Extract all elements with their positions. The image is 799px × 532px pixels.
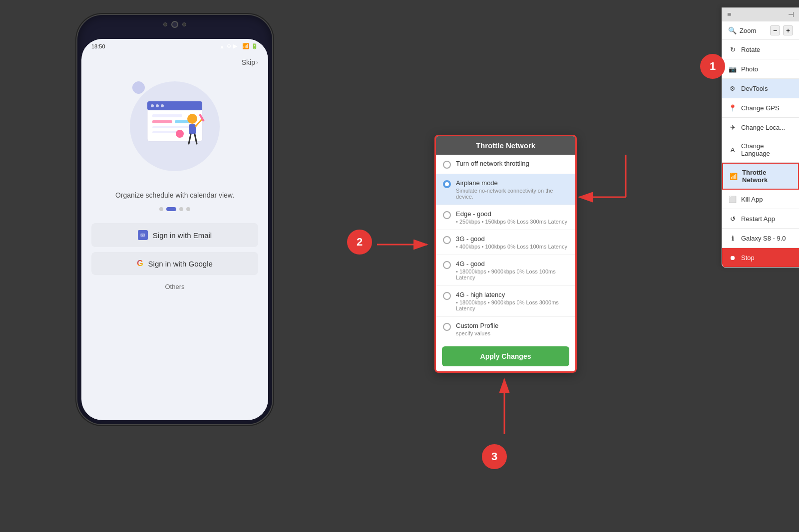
- apply-changes-button[interactable]: Apply Changes: [442, 346, 569, 366]
- email-icon: ✉: [138, 230, 148, 240]
- panel-item-zoom[interactable]: 🔍 Zoom − +: [722, 21, 799, 40]
- svg-rect-14: [152, 126, 192, 128]
- edge-label: Edge - good: [456, 210, 567, 218]
- language-icon: A: [728, 145, 737, 154]
- zoom-icon: 🔍: [728, 26, 737, 34]
- panel-item-killapp[interactable]: ⬜ Kill App: [722, 190, 799, 209]
- 4g-high-desc: • 18000kbps • 9000kbps 0% Loss 3000ms La…: [456, 299, 568, 311]
- pagination-dots: [159, 207, 190, 211]
- svg-point-9: [156, 104, 159, 107]
- radio-3g: [443, 236, 451, 244]
- stop-icon: ⏺: [728, 253, 737, 262]
- step-3-badge: 3: [482, 444, 507, 469]
- radio-4g-high: [443, 292, 451, 300]
- signin-email-button[interactable]: ✉ Sign in with Email: [91, 223, 258, 247]
- phone-mockup: 18:50 ▲⊕▶ 📶🔋 Skip ›: [77, 15, 272, 424]
- restart-icon: ↺: [728, 214, 737, 223]
- step-1-badge: 1: [700, 54, 725, 79]
- signin-google-button[interactable]: G Sign in with Google: [91, 252, 258, 275]
- throttle-off-label: Turn off network throttling: [456, 160, 529, 167]
- panel-item-device[interactable]: ℹ Galaxy S8 - 9.0: [722, 229, 799, 248]
- svg-point-16: [187, 114, 197, 124]
- skip-button[interactable]: Skip: [242, 58, 255, 66]
- custom-desc: specify values: [456, 330, 498, 336]
- step-2-badge: 2: [347, 230, 372, 255]
- radio-custom: [443, 323, 451, 331]
- phone-time: 18:50: [91, 43, 105, 49]
- 3g-label: 3G - good: [456, 235, 567, 243]
- panel-item-changegps[interactable]: 📍 Change GPS: [722, 98, 799, 118]
- status-icons: ▲⊕▶ 📶🔋: [219, 43, 258, 49]
- throttle-option-3g[interactable]: 3G - good • 400kbps • 100kbps 0% Loss 10…: [436, 230, 575, 255]
- svg-rect-17: [189, 124, 196, 134]
- throttle-option-4g[interactable]: 4G - good • 18000kbps • 9000kbps 0% Loss…: [436, 255, 575, 286]
- radio-off: [443, 161, 451, 169]
- restartapp-label: Restart App: [741, 215, 775, 223]
- photo-label: Photo: [741, 65, 758, 73]
- panel-item-throttle[interactable]: 📶 Throttle Network: [722, 163, 799, 190]
- svg-rect-15: [152, 131, 177, 133]
- kill-icon: ⬜: [728, 195, 737, 204]
- svg-text:!: !: [178, 131, 180, 137]
- panel-item-restartapp[interactable]: ↺ Restart App: [722, 209, 799, 229]
- device-icon: ℹ: [728, 234, 737, 243]
- svg-rect-7: [147, 101, 202, 110]
- illustration: !: [120, 71, 230, 181]
- location-icon: ✈: [728, 123, 737, 132]
- svg-rect-12: [152, 120, 172, 123]
- devtools-icon: ⚙: [728, 84, 737, 93]
- throttle-option-airplane[interactable]: Airplane mode Simulate no-network connec…: [436, 174, 575, 205]
- killapp-label: Kill App: [741, 196, 763, 203]
- panel-item-changelanguage[interactable]: A Change Language: [722, 137, 799, 163]
- throttle-option-edge[interactable]: Edge - good • 250kbps • 150kbps 0% Loss …: [436, 205, 575, 230]
- rotate-icon: ↻: [728, 45, 737, 54]
- radio-edge: [443, 211, 451, 219]
- throttle-option-off[interactable]: Turn off network throttling: [436, 155, 575, 174]
- 3g-desc: • 400kbps • 100kbps 0% Loss 100ms Latenc…: [456, 244, 567, 250]
- menu-icon: ≡: [727, 10, 731, 18]
- close-panel-icon[interactable]: ⊣: [788, 10, 794, 18]
- throttle-panel: Throttle Network Turn off network thrott…: [434, 135, 577, 373]
- devtools-label: DevTools: [741, 85, 768, 92]
- svg-point-8: [151, 104, 154, 107]
- 4g-high-label: 4G - high latency: [456, 291, 568, 298]
- radio-airplane: [443, 180, 451, 188]
- edge-desc: • 250kbps • 150kbps 0% Loss 300ms Latenc…: [456, 219, 567, 225]
- changegps-label: Change GPS: [741, 104, 780, 112]
- radio-4g: [443, 261, 451, 269]
- right-panel: ≡ ⊣ 🔍 Zoom − + ↻ Rotate 📷 Photo ⚙ DevToo…: [722, 7, 799, 267]
- changelanguage-label: Change Language: [741, 142, 793, 157]
- app-tagline: Organize schedule with calendar view.: [115, 191, 234, 199]
- zoom-minus-button[interactable]: −: [770, 25, 780, 35]
- svg-point-22: [176, 130, 184, 138]
- photo-icon: 📷: [728, 64, 737, 73]
- panel-item-stop[interactable]: ⏺ Stop: [722, 248, 799, 267]
- throttle-icon: 📶: [729, 172, 738, 181]
- panel-item-changelocation[interactable]: ✈ Change Loca...: [722, 118, 799, 137]
- status-bar: 18:50 ▲⊕▶ 📶🔋: [81, 39, 268, 53]
- zoom-label: Zoom: [740, 27, 767, 34]
- panel-item-devtools[interactable]: ⚙ DevTools: [722, 79, 799, 98]
- svg-rect-11: [152, 114, 182, 117]
- device-label: Galaxy S8 - 9.0: [741, 235, 786, 242]
- gps-icon: 📍: [728, 103, 737, 112]
- throttle-panel-title: Throttle Network: [436, 136, 575, 155]
- others-link[interactable]: Others: [165, 283, 184, 290]
- throttlenetwork-label: Throttle Network: [742, 169, 792, 184]
- panel-item-photo[interactable]: 📷 Photo: [722, 59, 799, 79]
- 4g-label: 4G - good: [456, 260, 568, 267]
- panel-item-rotate[interactable]: ↻ Rotate: [722, 40, 799, 59]
- rotate-label: Rotate: [741, 46, 760, 53]
- panel-header: ≡ ⊣: [722, 7, 799, 21]
- throttle-option-custom[interactable]: Custom Profile specify values: [436, 317, 575, 341]
- stop-label: Stop: [741, 254, 755, 262]
- airplane-label: Airplane mode: [456, 179, 568, 187]
- google-icon: G: [137, 259, 143, 268]
- svg-point-10: [161, 104, 164, 107]
- zoom-plus-button[interactable]: +: [783, 25, 793, 35]
- changelocation-label: Change Loca...: [741, 124, 785, 131]
- custom-label: Custom Profile: [456, 322, 498, 329]
- 4g-desc: • 18000kbps • 9000kbps 0% Loss 100ms Lat…: [456, 268, 568, 280]
- airplane-desc: Simulate no-network connectivity on the …: [456, 188, 568, 200]
- throttle-option-4g-high[interactable]: 4G - high latency • 18000kbps • 9000kbps…: [436, 286, 575, 317]
